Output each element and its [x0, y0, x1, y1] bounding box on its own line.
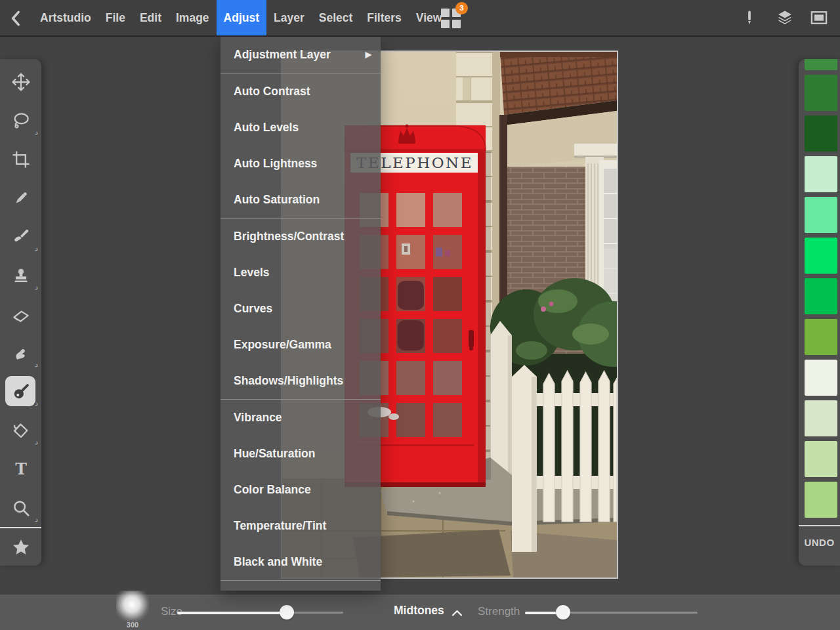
- menu-item-brightness-contrast[interactable]: Brightness/Contrast: [220, 219, 381, 255]
- clone-stamp-icon: [11, 266, 31, 285]
- menu-item-auto-levels[interactable]: Auto Levels: [220, 110, 381, 146]
- color-swatch-6[interactable]: [805, 238, 837, 274]
- menu-edit[interactable]: Edit: [133, 0, 169, 35]
- topbar-menu: ArtstudioFileEditImageAdjustLayerSelectF…: [33, 0, 449, 35]
- menu-item-auto-lightness[interactable]: Auto Lightness: [220, 146, 381, 182]
- swatch-list: [805, 59, 837, 522]
- crop-icon: [11, 150, 31, 169]
- menu-item-adjustment-layer[interactable]: Adjustment Layer▶: [220, 37, 381, 73]
- size-slider-fill: [177, 612, 287, 614]
- color-swatch-5[interactable]: [805, 197, 837, 233]
- swatch-panel: UNDO: [799, 59, 840, 566]
- strength-label: Strength: [478, 605, 520, 618]
- color-swatch-10[interactable]: [805, 400, 837, 436]
- menu-filters[interactable]: Filters: [360, 0, 409, 35]
- menu-item-auto-contrast[interactable]: Auto Contrast: [220, 74, 381, 110]
- layers-icon[interactable]: [776, 9, 794, 27]
- tool-clone-stamp[interactable]: [0, 256, 41, 295]
- menu-separator: [220, 580, 381, 581]
- bottom-tool-options-bar: 300 Size Midtones Strength: [0, 595, 840, 630]
- menu-item-color-balance[interactable]: Color Balance: [220, 472, 381, 508]
- tool-lasso[interactable]: [0, 101, 41, 140]
- zoom-icon: [11, 498, 31, 518]
- paintbrush-icon: [11, 227, 31, 247]
- lasso-icon: [11, 111, 31, 131]
- menu-image[interactable]: Image: [169, 0, 217, 35]
- color-swatch-1[interactable]: [805, 59, 837, 70]
- adjust-brush-icon: [11, 382, 31, 402]
- brush-preview[interactable]: [116, 591, 149, 623]
- canvas-panel-icon[interactable]: [810, 9, 828, 27]
- adjust-dropdown-menu: Adjustment Layer▶Auto ContrastAuto Level…: [220, 37, 381, 591]
- tool-zoom[interactable]: [0, 488, 41, 527]
- menu-adjust[interactable]: Adjust: [217, 0, 266, 35]
- text-icon: T: [11, 459, 31, 479]
- color-swatch-8[interactable]: [805, 319, 837, 355]
- size-slider-thumb[interactable]: [280, 605, 294, 620]
- tool-eyedropper[interactable]: [0, 178, 41, 217]
- menu-item-auto-saturation[interactable]: Auto Saturation: [220, 182, 381, 218]
- menu-item-black-and-white[interactable]: Black and White: [220, 544, 381, 580]
- notification-badge: 3: [455, 2, 468, 14]
- color-swatch-9[interactable]: [805, 360, 837, 396]
- undo-button[interactable]: UNDO: [799, 533, 840, 553]
- color-swatch-7[interactable]: [805, 278, 837, 314]
- brush-size-value: 300: [116, 621, 149, 629]
- eyedropper-icon: [11, 188, 31, 208]
- menu-artstudio[interactable]: Artstudio: [33, 0, 98, 35]
- color-swatch-12[interactable]: [805, 482, 837, 518]
- tool-adjust-brush[interactable]: [0, 372, 41, 411]
- menu-item-shadows-highlights[interactable]: Shadows/Highlights: [220, 363, 381, 399]
- tool-move[interactable]: [0, 62, 41, 101]
- swatch-panel-divider: [799, 525, 840, 526]
- tool-sidebar: T: [0, 59, 41, 566]
- tool-smudge[interactable]: [0, 333, 41, 372]
- menu-item-vibrance[interactable]: Vibrance: [220, 400, 381, 436]
- svg-text:T: T: [15, 459, 27, 478]
- back-icon[interactable]: [8, 9, 25, 28]
- color-swatch-3[interactable]: [805, 116, 837, 152]
- pencil-icon[interactable]: [740, 9, 759, 27]
- color-swatch-4[interactable]: [805, 156, 837, 192]
- strength-slider-thumb[interactable]: [556, 605, 570, 620]
- tool-crop[interactable]: [0, 140, 41, 178]
- tool-favorites[interactable]: [0, 528, 41, 566]
- eraser-icon: [11, 304, 31, 324]
- color-swatch-2[interactable]: [805, 75, 837, 111]
- color-swatch-11[interactable]: [805, 441, 837, 477]
- menu-select[interactable]: Select: [312, 0, 360, 35]
- size-slider[interactable]: [177, 605, 343, 620]
- menu-item-hue-saturation[interactable]: Hue/Saturation: [220, 436, 381, 472]
- submenu-arrow-icon: ▶: [366, 50, 371, 59]
- fill-bucket-icon: [11, 421, 31, 440]
- tool-text[interactable]: T: [0, 450, 41, 488]
- tool-paintbrush[interactable]: [0, 217, 41, 256]
- top-menu-bar: ArtstudioFileEditImageAdjustLayerSelectF…: [0, 0, 840, 37]
- menu-item-curves[interactable]: Curves: [220, 291, 381, 327]
- tool-fill-bucket[interactable]: [0, 411, 41, 450]
- tool-eraser[interactable]: [0, 295, 41, 333]
- menu-file[interactable]: File: [98, 0, 133, 35]
- menu-item-levels[interactable]: Levels: [220, 255, 381, 291]
- strength-slider[interactable]: [525, 605, 698, 620]
- move-icon: [11, 72, 31, 92]
- menu-item-temperature-tint[interactable]: Temperature/Tint: [220, 508, 381, 544]
- menu-layer[interactable]: Layer: [266, 0, 312, 35]
- menu-item-exposure-gamma[interactable]: Exposure/Gamma: [220, 327, 381, 363]
- chevron-up-icon[interactable]: [452, 608, 463, 616]
- favorites-icon: [11, 537, 31, 557]
- tone-selector[interactable]: Midtones: [394, 604, 444, 618]
- smudge-icon: [11, 343, 31, 363]
